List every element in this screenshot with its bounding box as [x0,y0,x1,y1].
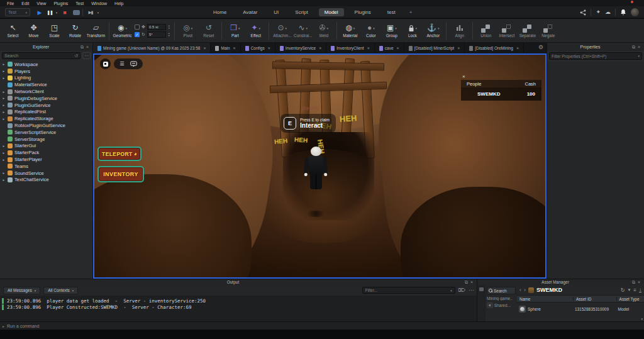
messages-filter-dropdown[interactable]: All Messages ▾ [3,287,40,294]
avatar[interactable] [631,8,639,16]
expand-arrow-icon[interactable]: ▸ [2,117,6,121]
close-icon[interactable]: × [233,46,236,50]
step-options-caret[interactable]: ▾ [96,8,101,16]
attachment-tool[interactable]: ⊙▾ Attachm... [272,23,292,38]
history-icon[interactable]: ↺ [74,53,78,58]
sidebar-item-shared[interactable]: «Shared... [487,303,516,308]
float-panel-icon[interactable]: ⧉ [464,280,469,285]
list-view-icon[interactable]: ≡ [633,287,636,293]
color-tool[interactable]: ●▾ Color [360,23,381,38]
asset-id-column-header[interactable]: Asset ID [573,297,616,301]
add-tab-button[interactable]: + [406,8,416,16]
doc-tab-configs[interactable]: Configs× [241,43,275,53]
scroll-caret-icon[interactable]: ▾ [641,317,643,321]
output-options-icon[interactable]: ⋯ [469,287,474,293]
scale-tool[interactable]: ◳ Scale [44,23,65,38]
menu-help[interactable]: Help [111,1,126,6]
asset-search-input[interactable]: Search [487,287,516,294]
properties-filter-input[interactable]: Filter Properties (Ctrl+Shift+P) ▾ [549,52,642,60]
menu-test[interactable]: Test [72,1,87,6]
close-icon[interactable]: × [367,46,370,50]
float-panel-icon[interactable]: ⧉ [79,45,85,50]
close-icon[interactable]: × [457,46,460,50]
close-icon[interactable]: × [636,280,641,284]
doc-tab-inventoryclient[interactable]: InventoryClient× [326,43,374,53]
expand-arrow-icon[interactable]: ▸ [2,158,6,162]
part-tool[interactable]: ❒▾ Part [225,23,245,38]
tree-item-replicatedstorage[interactable]: ▸ReplicatedStorage [0,115,92,122]
expand-arrow-icon[interactable]: ▸ [2,103,6,107]
game-viewport[interactable]: Ready HEH HEH HEH HEH HEH ☰ [93,53,547,279]
assistant-sparkle-icon[interactable]: ✦ [596,9,601,15]
import-icon[interactable]: ↓ [639,287,641,292]
select-tool[interactable]: ↖ Select [3,23,23,38]
hamburger-icon[interactable]: ☰ [119,62,124,67]
collapse-sidebar-icon[interactable]: « [487,303,493,308]
name-column-header[interactable]: Name [517,297,573,301]
weld-tool[interactable]: ✇▾ Weld [313,23,334,38]
clear-output-icon[interactable]: ⌦ [458,287,465,293]
tree-item-starterplayer[interactable]: ▸StarterPlayer [0,156,92,163]
tree-item-textchatservice[interactable]: ▸TextChatService [0,177,92,184]
doc-tab-cave[interactable]: cave× [375,43,404,53]
close-icon[interactable]: × [516,46,519,50]
stop-button[interactable]: ■ [60,8,69,16]
tree-item-soundservice[interactable]: ▸SoundService [0,170,92,177]
client-server-toggle-icon[interactable] [71,8,81,16]
expand-arrow-icon[interactable]: ▸ [2,96,6,100]
transform-tool[interactable]: ▱ Transform [86,23,106,38]
anchor-tool[interactable]: ⚓▾ Anchor [423,23,443,38]
tree-item-serverstorage[interactable]: ServerStorage [0,136,92,143]
group-tool[interactable]: ▣▾ Group [381,23,402,38]
snap-move-stepper[interactable]: ▲▼ [168,25,170,30]
output-filter-input[interactable]: Filter... ▾ [362,287,455,294]
float-panel-icon[interactable]: ⧉ [631,280,636,285]
tree-item-teams[interactable]: Teams [0,163,92,170]
roblox-menu-button[interactable] [100,58,111,69]
align-tool[interactable]: Align [449,23,470,38]
snap-move-input[interactable]: 0.5 st [147,24,166,30]
intersect-tool[interactable]: Intersect [496,23,517,38]
forward-icon[interactable]: › [524,287,526,293]
cloud-icon[interactable]: ☁ [605,9,611,15]
pause-options-caret[interactable]: ▾ [54,8,59,16]
float-panel-icon[interactable]: ⧉ [631,45,636,50]
plugin-gear-icon[interactable]: ⚙ [538,44,543,50]
rotate-tool[interactable]: ↻ Rotate [65,23,86,38]
doc-tab-inventoryservice[interactable]: InventoryService× [275,43,327,53]
tab-home[interactable]: Home [208,8,232,16]
snap-move-checkbox[interactable] [135,25,140,30]
explorer-options-icon[interactable]: ⋯ [82,52,91,59]
pause-button[interactable]: ❚❚ [45,8,54,16]
close-icon[interactable]: × [203,46,206,50]
menu-view[interactable]: View [33,1,49,6]
tree-item-serverscriptservice[interactable]: ServerScriptService [0,129,92,136]
tree-item-workspace[interactable]: ▸Workspace [0,61,92,68]
tree-item-pluginguiservice[interactable]: ▸PluginGuiService [0,102,92,109]
close-icon[interactable]: × [319,46,321,50]
snap-rotate-stepper[interactable]: ▲▼ [168,32,170,37]
tab-plugins[interactable]: Plugins [349,8,377,16]
test-mode-dropdown[interactable]: Test ▾ [5,8,30,16]
refresh-icon[interactable]: ↻ [621,287,625,293]
menu-edit[interactable]: Edit [18,1,32,6]
tree-item-plugindebugservice[interactable]: ▸PluginDebugService [0,95,92,102]
folder-icon[interactable] [479,287,484,291]
tree-item-startergui[interactable]: ▸StarterGui [0,143,92,150]
snap-rotate-input[interactable]: 5° [147,31,166,38]
menu-plugins[interactable]: Plugins [50,1,71,6]
expand-arrow-icon[interactable]: ▸ [2,151,6,155]
reset-pivot-tool[interactable]: ↺ Reset [198,23,219,38]
expand-arrow-icon[interactable]: ▸ [2,62,6,66]
lock-tool[interactable]: ▾ Lock [402,23,423,38]
teleport-button[interactable]: TELEPORT ◕ [97,147,142,161]
pivot-tool[interactable]: ◎▾ Pivot [177,23,198,38]
tab-script[interactable]: Script [289,8,313,16]
explorer-search-input[interactable]: Search ↺ [2,52,80,59]
filter-funnel-icon[interactable]: ▼ [627,288,631,292]
constraint-tool[interactable]: ∿▾ Constrai... [292,23,313,38]
effect-tool[interactable]: ✦▾ Effect [245,23,266,38]
tree-item-lighting[interactable]: ▸Lighting [0,75,92,82]
step-button[interactable]: ▶▮ [86,8,96,16]
tree-item-starterpack[interactable]: ▸StarterPack [0,149,92,156]
